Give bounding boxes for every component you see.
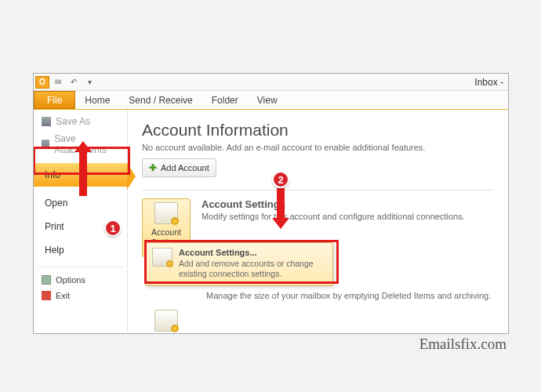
account-settings-icon xyxy=(154,202,178,224)
annotation-arrow-2 xyxy=(277,188,285,220)
nav-separator xyxy=(37,267,124,267)
account-settings-menu-title: Account Settings... xyxy=(179,248,326,257)
nav-options[interactable]: Options xyxy=(34,272,127,288)
section-divider xyxy=(142,190,494,191)
save-icon xyxy=(42,117,51,126)
annotation-arrow-1 xyxy=(79,151,87,196)
tab-send-receive[interactable]: Send / Receive xyxy=(119,91,202,109)
backstage-main: Account Information No account available… xyxy=(128,110,508,333)
outlook-window: O ✉ ↶ ▾ Inbox - File Home Send / Receive… xyxy=(33,73,509,334)
backstage-body: Save As Save Attachments Info Open Print… xyxy=(34,110,508,333)
file-tab[interactable]: File xyxy=(34,91,75,109)
page-title: Account Information xyxy=(142,121,494,140)
account-settings-menu-desc: Add and remove accounts or change existi… xyxy=(179,259,326,279)
account-settings-title: Account Settings xyxy=(202,198,465,210)
tab-view[interactable]: View xyxy=(248,91,287,109)
nav-exit[interactable]: Exit xyxy=(34,288,127,303)
options-icon xyxy=(42,275,51,285)
add-account-button[interactable]: ✚ Add Account xyxy=(142,158,216,177)
account-settings-menu-item[interactable]: Account Settings... Add and remove accou… xyxy=(179,248,326,279)
account-settings-menu-icon xyxy=(152,248,172,267)
quick-access-toolbar: O ✉ ↶ ▾ Inbox - xyxy=(34,74,508,91)
file-tab-label: File xyxy=(47,95,62,106)
annotation-badge-2: 2 xyxy=(272,171,289,188)
watermark: Emailsfix.com xyxy=(419,336,507,353)
qat-undo-icon[interactable]: ↶ xyxy=(67,76,81,89)
page-subtitle: No account available. Add an e-mail acco… xyxy=(142,143,494,152)
plus-icon: ✚ xyxy=(149,162,157,173)
qat-customize-icon[interactable]: ▾ xyxy=(82,76,96,89)
save-attachments-icon xyxy=(42,140,49,149)
exit-icon xyxy=(42,291,51,300)
account-settings-menu: Account Settings... Add and remove accou… xyxy=(145,242,333,286)
cleanup-desc: Manage the size of your mailbox by empty… xyxy=(206,291,491,300)
tab-folder[interactable]: Folder xyxy=(202,91,248,109)
nav-info-label: Info xyxy=(45,169,60,180)
tab-home[interactable]: Home xyxy=(75,91,119,109)
cleanup-tools-icon xyxy=(154,310,178,332)
nav-help[interactable]: Help xyxy=(34,238,127,262)
qat-send-receive-icon[interactable]: ✉ xyxy=(51,76,65,89)
account-settings-section: Account Settings ▼ Account Settings Modi… xyxy=(142,198,494,257)
add-account-label: Add Account xyxy=(161,163,209,172)
outlook-logo-icon: O xyxy=(35,76,49,89)
annotation-badge-1: 1 xyxy=(104,220,122,237)
ribbon-tabs: File Home Send / Receive Folder View xyxy=(34,91,508,110)
window-title: Inbox - xyxy=(474,77,503,88)
nav-save-as: Save As xyxy=(34,113,127,130)
account-settings-desc: Modify settings for this account and con… xyxy=(202,212,465,221)
cleanup-tools-button[interactable]: Cleanup Tools ▼ xyxy=(142,306,191,334)
